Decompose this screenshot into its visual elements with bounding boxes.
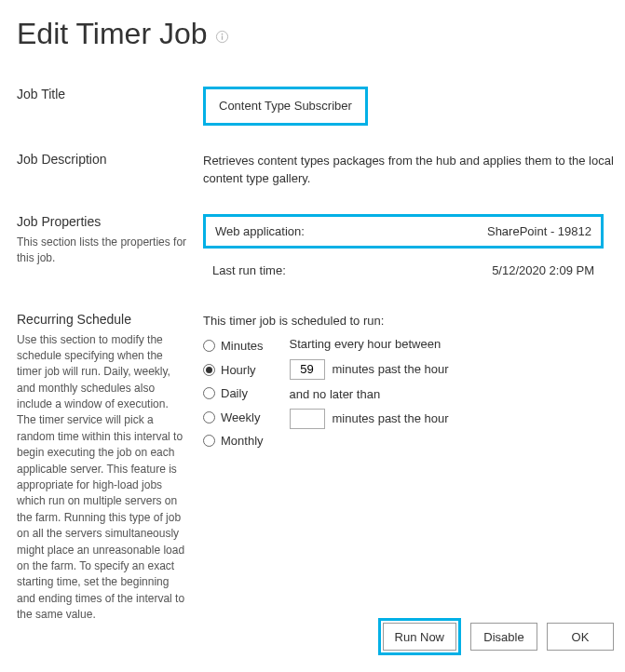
radio-dot-weekly xyxy=(203,411,215,423)
schedule-text-minutes-past-2: minutes past the hour xyxy=(333,410,449,428)
schedule-details: Starting every hour between minutes past… xyxy=(290,335,449,429)
properties-table: Web application: SharePoint - 19812 Last… xyxy=(203,214,604,286)
schedule-line-2: minutes past the hour xyxy=(290,359,449,380)
svg-rect-2 xyxy=(221,36,222,40)
label-job-properties: Job Properties xyxy=(17,214,188,229)
ok-button[interactable]: OK xyxy=(547,623,614,651)
radio-dot-monthly xyxy=(203,435,215,447)
schedule-text-starting: Starting every hour between xyxy=(290,335,442,354)
help-job-properties: This section lists the properties for th… xyxy=(17,235,188,267)
start-minute-input[interactable] xyxy=(290,359,325,380)
info-icon[interactable] xyxy=(215,17,229,51)
section-job-title: Job Title Content Type Subscriber xyxy=(17,87,625,126)
schedule-radio-group: Minutes Hourly Daily Weekly Monthly xyxy=(203,335,264,450)
radio-weekly[interactable]: Weekly xyxy=(203,409,264,427)
page-title: Edit Timer Job xyxy=(17,17,625,51)
radio-hourly[interactable]: Hourly xyxy=(203,361,264,380)
schedule-line-1: Starting every hour between xyxy=(290,335,449,354)
run-now-button[interactable]: Run Now xyxy=(383,623,456,651)
radio-daily[interactable]: Daily xyxy=(203,384,264,403)
schedule-line-4: minutes past the hour xyxy=(290,409,449,429)
radio-label-minutes: Minutes xyxy=(221,337,264,356)
radio-label-weekly: Weekly xyxy=(221,409,260,427)
radio-dot-daily xyxy=(203,387,215,399)
job-description-value: Retrieves content types packages from th… xyxy=(203,154,614,186)
disable-button[interactable]: Disable xyxy=(470,623,537,651)
radio-dot-minutes xyxy=(203,340,215,352)
section-job-description: Job Description Retrieves content types … xyxy=(17,152,625,188)
label-recurring-schedule: Recurring Schedule xyxy=(17,312,188,327)
end-minute-input[interactable] xyxy=(290,409,325,429)
schedule-intro: This timer job is scheduled to run: xyxy=(203,312,625,330)
section-job-properties: Job Properties This section lists the pr… xyxy=(17,214,625,286)
run-now-highlight: Run Now xyxy=(378,618,461,655)
radio-dot-hourly xyxy=(203,364,215,376)
schedule-text-nolater: and no later than xyxy=(290,385,381,404)
prop-webapp-value: SharePoint - 19812 xyxy=(487,222,591,241)
radio-label-monthly: Monthly xyxy=(221,432,264,450)
section-recurring-schedule: Recurring Schedule Use this section to m… xyxy=(17,312,625,624)
help-recurring-schedule: Use this section to modify the schedule … xyxy=(17,332,188,624)
svg-point-1 xyxy=(221,34,223,35)
page-title-text: Edit Timer Job xyxy=(17,17,208,51)
prop-lastrun-value: 5/12/2020 2:09 PM xyxy=(492,262,594,280)
label-job-title: Job Title xyxy=(17,87,188,101)
label-job-description: Job Description xyxy=(17,152,188,167)
schedule-line-3: and no later than xyxy=(290,385,449,404)
radio-minutes[interactable]: Minutes xyxy=(203,337,264,356)
job-title-value: Content Type Subscriber xyxy=(203,87,368,126)
radio-label-daily: Daily xyxy=(221,384,248,403)
prop-lastrun-label: Last run time: xyxy=(212,262,286,280)
radio-label-hourly: Hourly xyxy=(221,361,256,380)
prop-row-lastrun: Last run time: 5/12/2020 2:09 PM xyxy=(203,256,604,286)
schedule-text-minutes-past-1: minutes past the hour xyxy=(333,360,449,379)
button-row: Run Now Disable OK xyxy=(378,618,614,655)
prop-webapp-label: Web application: xyxy=(215,222,305,241)
prop-row-webapp: Web application: SharePoint - 19812 xyxy=(203,214,604,249)
radio-monthly[interactable]: Monthly xyxy=(203,432,264,450)
